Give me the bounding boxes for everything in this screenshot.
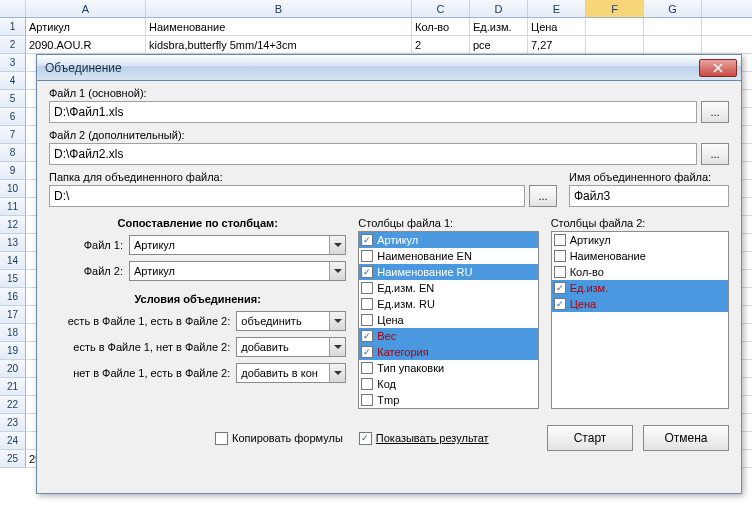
list-item[interactable]: Цена xyxy=(359,312,537,328)
checkbox-icon[interactable] xyxy=(361,394,373,406)
titlebar[interactable]: Объединение xyxy=(37,55,741,81)
col-head-A[interactable]: A xyxy=(26,0,146,17)
cell[interactable]: Кол-во xyxy=(412,18,470,35)
row-head[interactable]: 13 xyxy=(0,234,26,252)
checkbox-icon[interactable]: ✓ xyxy=(361,346,373,358)
list-item[interactable]: Наименование xyxy=(552,248,728,264)
row-head[interactable]: 22 xyxy=(0,396,26,414)
select-all-corner[interactable] xyxy=(0,0,26,17)
list-item[interactable]: Ед.изм. EN xyxy=(359,280,537,296)
file1-input[interactable] xyxy=(49,101,697,123)
list-item[interactable]: Кол-во xyxy=(552,264,728,280)
cell[interactable]: 2090.AOU.R xyxy=(26,36,146,53)
cell[interactable]: Артикул xyxy=(26,18,146,35)
checkbox-icon[interactable]: ✓ xyxy=(361,330,373,342)
col-head-F[interactable]: F xyxy=(586,0,644,17)
chevron-down-icon xyxy=(329,364,345,382)
file2-browse-button[interactable]: ... xyxy=(701,143,729,165)
cell[interactable] xyxy=(586,36,644,53)
list-item[interactable]: Артикул xyxy=(552,232,728,248)
row-head[interactable]: 24 xyxy=(0,432,26,450)
list-item[interactable]: ✓Наименование RU xyxy=(359,264,537,280)
col-head-G[interactable]: G xyxy=(644,0,702,17)
row-head[interactable]: 9 xyxy=(0,162,26,180)
row-head[interactable]: 20 xyxy=(0,360,26,378)
list-item[interactable]: ✓Ед.изм. xyxy=(552,280,728,296)
row-head[interactable]: 11 xyxy=(0,198,26,216)
row-head[interactable]: 5 xyxy=(0,90,26,108)
match-file1-combo[interactable]: Артикул xyxy=(129,235,346,255)
row-head[interactable]: 16 xyxy=(0,288,26,306)
row-head[interactable]: 7 xyxy=(0,126,26,144)
folder-input[interactable] xyxy=(49,185,525,207)
list-item[interactable]: ✓Артикул xyxy=(359,232,537,248)
copy-formulas-checkbox[interactable]: Копировать формулы xyxy=(215,432,343,445)
list-item[interactable]: ✓Категория xyxy=(359,344,537,360)
outname-input[interactable] xyxy=(569,185,729,207)
cols2-listbox[interactable]: АртикулНаименованиеКол-во✓Ед.изм.✓Цена xyxy=(551,231,729,409)
cell[interactable]: Ед.изм. xyxy=(470,18,528,35)
list-item[interactable]: Tmp xyxy=(359,392,537,408)
cell[interactable] xyxy=(644,36,702,53)
list-item[interactable]: Код xyxy=(359,376,537,392)
cell[interactable] xyxy=(644,18,702,35)
file1-browse-button[interactable]: ... xyxy=(701,101,729,123)
checkbox-icon[interactable] xyxy=(361,298,373,310)
close-button[interactable] xyxy=(699,59,737,77)
list-item[interactable]: ✓Цена xyxy=(552,296,728,312)
checkbox-icon[interactable] xyxy=(361,314,373,326)
checkbox-icon[interactable]: ✓ xyxy=(361,266,373,278)
list-item[interactable]: ✓Вес xyxy=(359,328,537,344)
row-head[interactable]: 2 xyxy=(0,36,26,54)
cond3-combo[interactable]: добавить в кон xyxy=(236,363,346,383)
row-head[interactable]: 4 xyxy=(0,72,26,90)
col-head-B[interactable]: B xyxy=(146,0,412,17)
list-item[interactable]: Ед.изм. RU xyxy=(359,296,537,312)
row-head[interactable]: 1 xyxy=(0,18,26,36)
start-button[interactable]: Старт xyxy=(547,425,633,451)
row-head[interactable]: 21 xyxy=(0,378,26,396)
checkbox-icon[interactable] xyxy=(361,378,373,390)
checkbox-icon[interactable]: ✓ xyxy=(554,298,566,310)
row-head[interactable]: 8 xyxy=(0,144,26,162)
row-head[interactable]: 10 xyxy=(0,180,26,198)
checkbox-icon[interactable] xyxy=(554,250,566,262)
row-head[interactable]: 19 xyxy=(0,342,26,360)
checkbox-icon[interactable] xyxy=(361,282,373,294)
checkbox-icon[interactable] xyxy=(361,362,373,374)
cell[interactable]: 2 xyxy=(412,36,470,53)
row-head[interactable]: 18 xyxy=(0,324,26,342)
row-head[interactable]: 17 xyxy=(0,306,26,324)
cond2-combo[interactable]: добавить xyxy=(236,337,346,357)
row-head[interactable]: 3 xyxy=(0,54,26,72)
checkbox-icon[interactable] xyxy=(554,234,566,246)
file2-input[interactable] xyxy=(49,143,697,165)
cell[interactable]: pce xyxy=(470,36,528,53)
col-head-E[interactable]: E xyxy=(528,0,586,17)
cell[interactable]: kidsbra,butterfly 5mm/14+3cm xyxy=(146,36,412,53)
cell[interactable]: 7,27 xyxy=(528,36,586,53)
folder-browse-button[interactable]: ... xyxy=(529,185,557,207)
col-head-D[interactable]: D xyxy=(470,0,528,17)
col-head-C[interactable]: C xyxy=(412,0,470,17)
list-item[interactable]: Наименование EN xyxy=(359,248,537,264)
checkbox-icon[interactable] xyxy=(554,266,566,278)
row-head[interactable]: 23 xyxy=(0,414,26,432)
checkbox-icon[interactable]: ✓ xyxy=(554,282,566,294)
row-head[interactable]: 12 xyxy=(0,216,26,234)
row-head[interactable]: 15 xyxy=(0,270,26,288)
cancel-button[interactable]: Отмена xyxy=(643,425,729,451)
row-head[interactable]: 25 xyxy=(0,450,26,468)
cell[interactable]: Наименование xyxy=(146,18,412,35)
list-item[interactable]: Тип упаковки xyxy=(359,360,537,376)
checkbox-icon[interactable] xyxy=(361,250,373,262)
cols1-listbox[interactable]: ✓АртикулНаименование EN✓Наименование RUЕ… xyxy=(358,231,538,409)
checkbox-icon[interactable]: ✓ xyxy=(361,234,373,246)
show-result-checkbox[interactable]: ✓ Показывать результат xyxy=(359,432,489,445)
row-head[interactable]: 14 xyxy=(0,252,26,270)
cell[interactable]: Цена xyxy=(528,18,586,35)
cond1-combo[interactable]: объединить xyxy=(236,311,346,331)
match-file2-combo[interactable]: Артикул xyxy=(129,261,346,281)
row-head[interactable]: 6 xyxy=(0,108,26,126)
cell[interactable] xyxy=(586,18,644,35)
